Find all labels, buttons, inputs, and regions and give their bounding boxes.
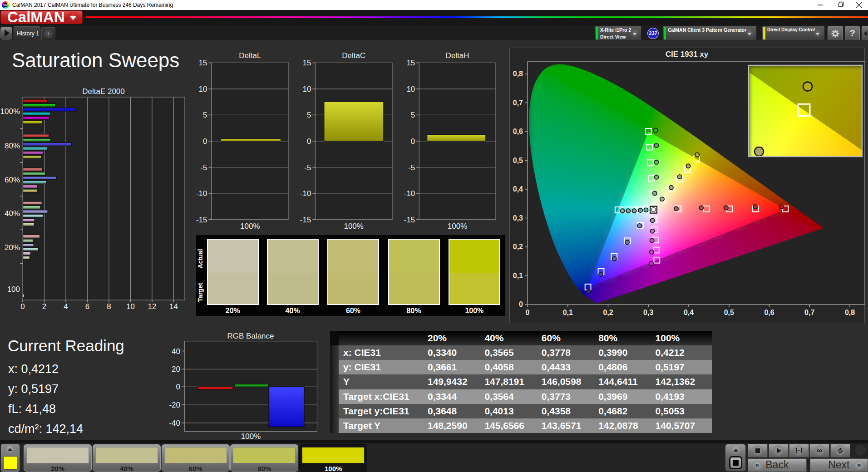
svg-text:15: 15 (406, 59, 415, 67)
svg-text:4: 4 (64, 302, 68, 311)
svg-text:CIE 1931 xy: CIE 1931 xy (666, 50, 709, 59)
svg-text:0,1: 0,1 (563, 309, 573, 316)
svg-text:-15: -15 (196, 216, 207, 224)
svg-text:10: 10 (302, 85, 311, 93)
svg-text:0,2: 0,2 (513, 243, 523, 251)
svg-text:5: 5 (411, 111, 415, 119)
svg-text:60%: 60% (5, 176, 20, 184)
svg-text:-20: -20 (169, 401, 180, 409)
svg-text:DeltaC: DeltaC (342, 51, 365, 60)
svg-text:15: 15 (302, 59, 311, 67)
svg-text:0,4: 0,4 (684, 309, 694, 316)
svg-text:10: 10 (126, 302, 135, 311)
svg-text:0,1: 0,1 (513, 272, 523, 280)
svg-text:0,8: 0,8 (845, 309, 855, 316)
svg-text:0,5: 0,5 (724, 309, 734, 316)
svg-text:0,6: 0,6 (764, 309, 774, 316)
svg-text:0: 0 (307, 137, 311, 146)
svg-text:12: 12 (148, 302, 157, 311)
svg-text:100: 100 (7, 285, 20, 294)
svg-text:100%: 100% (241, 432, 261, 441)
svg-text:-10: -10 (404, 189, 415, 198)
svg-text:0: 0 (411, 137, 415, 146)
svg-text:0: 0 (20, 302, 25, 311)
svg-text:0: 0 (203, 137, 207, 146)
svg-text:2: 2 (42, 302, 46, 311)
svg-text:0: 0 (176, 383, 180, 391)
svg-text:DeltaL: DeltaL (239, 51, 261, 60)
svg-text:-10: -10 (300, 189, 311, 198)
svg-text:40%: 40% (5, 209, 20, 218)
svg-text:80%: 80% (5, 142, 20, 150)
svg-text:100%: 100% (0, 107, 20, 116)
svg-text:DeltaH: DeltaH (446, 51, 469, 60)
svg-text:0,4: 0,4 (513, 185, 523, 193)
svg-text:DeltaE 2000: DeltaE 2000 (82, 87, 125, 96)
svg-text:10: 10 (406, 85, 415, 93)
svg-text:100%: 100% (240, 222, 260, 231)
svg-text:0,7: 0,7 (513, 99, 523, 107)
svg-text:20: 20 (172, 365, 180, 374)
svg-text:8: 8 (107, 302, 111, 311)
svg-text:100%: 100% (344, 222, 363, 231)
svg-text:RGB Balance: RGB Balance (227, 332, 274, 340)
svg-text:6: 6 (85, 302, 89, 311)
svg-text:-15: -15 (404, 216, 415, 224)
svg-text:0,7: 0,7 (804, 309, 814, 316)
svg-text:0: 0 (526, 309, 530, 316)
svg-text:-40: -40 (169, 419, 180, 428)
svg-text:40: 40 (172, 347, 180, 356)
svg-text:0,3: 0,3 (643, 309, 653, 316)
svg-text:0,8: 0,8 (513, 70, 523, 78)
svg-text:0,5: 0,5 (513, 157, 523, 164)
svg-text:10: 10 (199, 85, 207, 93)
svg-text:100%: 100% (448, 222, 467, 231)
svg-text:-5: -5 (200, 163, 207, 172)
svg-text:14: 14 (169, 302, 178, 311)
svg-text:0: 0 (519, 300, 523, 308)
svg-text:0,2: 0,2 (603, 309, 613, 316)
svg-text:-10: -10 (196, 189, 207, 198)
svg-text:5: 5 (307, 111, 311, 119)
svg-text:-15: -15 (300, 216, 311, 224)
svg-text:0,6: 0,6 (513, 128, 523, 135)
svg-text:-5: -5 (304, 163, 311, 172)
svg-text:15: 15 (199, 59, 207, 67)
svg-text:-5: -5 (408, 163, 415, 172)
svg-text:20%: 20% (5, 243, 20, 252)
svg-text:0,3: 0,3 (513, 214, 523, 222)
svg-text:5: 5 (203, 111, 207, 119)
